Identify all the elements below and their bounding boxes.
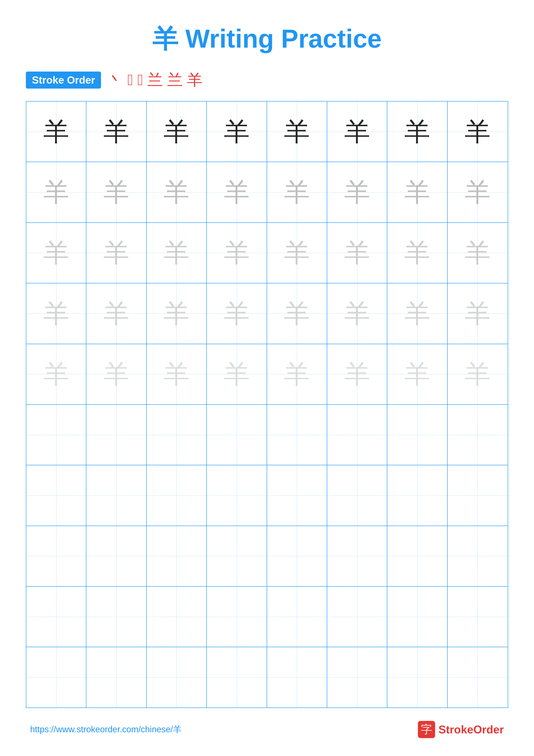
grid-cell[interactable]: 羊: [447, 223, 508, 283]
grid-cell[interactable]: [327, 526, 387, 586]
grid-row-6: [26, 405, 508, 465]
grid-cell[interactable]: [87, 647, 146, 707]
grid-cell[interactable]: [387, 526, 447, 586]
title-text: Writing Practice: [185, 24, 381, 53]
grid-cell[interactable]: [327, 405, 387, 465]
grid-cell[interactable]: 羊: [87, 284, 146, 343]
grid-cell[interactable]: 羊: [447, 162, 508, 222]
grid-cell[interactable]: [387, 587, 447, 647]
grid-cell[interactable]: 羊: [327, 284, 387, 343]
footer-url: https://www.strokeorder.com/chinese/羊: [30, 723, 182, 735]
grid-cell[interactable]: 羊: [387, 344, 447, 404]
grid-row-9: [26, 587, 508, 647]
grid-cell[interactable]: 羊: [267, 101, 327, 162]
grid-cell[interactable]: 羊: [207, 223, 267, 283]
grid-cell[interactable]: 羊: [267, 223, 327, 283]
grid-cell[interactable]: 羊: [267, 284, 327, 343]
grid-cell[interactable]: [447, 465, 508, 526]
grid-cell[interactable]: 羊: [327, 344, 387, 404]
page-title: 羊 Writing Practice: [26, 21, 508, 57]
grid-cell[interactable]: [447, 647, 508, 707]
grid-cell[interactable]: 羊: [387, 162, 447, 222]
grid-cell[interactable]: [207, 405, 267, 465]
grid-cell[interactable]: 羊: [147, 101, 207, 162]
grid-cell[interactable]: [267, 405, 327, 465]
grid-cell[interactable]: [327, 465, 387, 526]
grid-cell[interactable]: [87, 465, 146, 526]
grid-cell[interactable]: [87, 526, 146, 586]
grid-cell[interactable]: 羊: [327, 223, 387, 283]
stroke-step-3: 𰀪: [138, 71, 143, 89]
grid-cell[interactable]: 羊: [147, 344, 207, 404]
grid-cell[interactable]: [207, 587, 267, 647]
grid-cell[interactable]: [447, 526, 508, 586]
grid-cell[interactable]: [207, 465, 267, 526]
grid-cell[interactable]: 羊: [267, 162, 327, 222]
grid-cell[interactable]: 羊: [447, 101, 508, 162]
strokeorder-icon: 字: [418, 721, 435, 738]
grid-cell[interactable]: 羊: [327, 162, 387, 222]
grid-cell[interactable]: 羊: [447, 284, 508, 343]
grid-cell[interactable]: [327, 587, 387, 647]
grid-cell[interactable]: 羊: [87, 101, 146, 162]
grid-cell[interactable]: [26, 647, 87, 707]
grid-cell[interactable]: [447, 587, 508, 647]
grid-cell[interactable]: [267, 465, 327, 526]
grid-cell[interactable]: 羊: [387, 284, 447, 343]
grid-cell[interactable]: [26, 587, 87, 647]
grid-cell[interactable]: [327, 647, 387, 707]
grid-cell[interactable]: [267, 526, 327, 586]
footer: https://www.strokeorder.com/chinese/羊 字 …: [26, 721, 508, 738]
grid-cell[interactable]: 羊: [267, 344, 327, 404]
grid-cell[interactable]: 羊: [26, 101, 87, 162]
practice-grid: 羊 羊 羊 羊 羊 羊 羊 羊 羊: [26, 101, 508, 708]
grid-cell[interactable]: 羊: [147, 162, 207, 222]
grid-cell[interactable]: 羊: [147, 284, 207, 343]
grid-cell[interactable]: 羊: [387, 101, 447, 162]
grid-cell[interactable]: 羊: [87, 162, 146, 222]
grid-cell[interactable]: [147, 587, 207, 647]
grid-cell[interactable]: 羊: [207, 162, 267, 222]
grid-cell[interactable]: [267, 647, 327, 707]
grid-cell[interactable]: [387, 465, 447, 526]
grid-row-10: [26, 647, 508, 707]
grid-row-5: 羊 羊 羊 羊 羊 羊 羊 羊: [26, 344, 508, 405]
grid-cell[interactable]: 羊: [327, 101, 387, 162]
grid-cell[interactable]: [447, 405, 508, 465]
grid-cell[interactable]: 羊: [26, 284, 87, 343]
grid-row-3: 羊 羊 羊 羊 羊 羊 羊 羊: [26, 223, 508, 284]
grid-cell[interactable]: 羊: [87, 344, 146, 404]
grid-cell[interactable]: 羊: [207, 344, 267, 404]
grid-cell[interactable]: [87, 405, 146, 465]
grid-cell[interactable]: 羊: [207, 284, 267, 343]
grid-cell[interactable]: [147, 647, 207, 707]
grid-cell[interactable]: [26, 465, 87, 526]
grid-cell[interactable]: [267, 587, 327, 647]
grid-cell[interactable]: [26, 526, 87, 586]
stroke-step-6: 羊: [187, 69, 202, 90]
grid-cell[interactable]: 羊: [387, 223, 447, 283]
grid-row-2: 羊 羊 羊 羊 羊 羊 羊 羊: [26, 162, 508, 223]
grid-cell[interactable]: [87, 587, 146, 647]
grid-cell[interactable]: [387, 405, 447, 465]
grid-cell[interactable]: 羊: [147, 223, 207, 283]
grid-row-1: 羊 羊 羊 羊 羊 羊 羊 羊: [26, 101, 508, 162]
grid-cell[interactable]: [387, 647, 447, 707]
grid-row-8: [26, 526, 508, 587]
grid-cell[interactable]: 羊: [26, 162, 87, 222]
grid-cell[interactable]: [207, 647, 267, 707]
logo-stroke: Stroke: [439, 723, 473, 736]
footer-logo-text: StrokeOrder: [439, 723, 504, 736]
grid-cell[interactable]: [26, 405, 87, 465]
grid-cell[interactable]: [147, 405, 207, 465]
title-char: 羊: [152, 24, 178, 53]
grid-cell[interactable]: 羊: [87, 223, 146, 283]
stroke-order-row: Stroke Order 丶 𠃋 𰀪 兰 兰 羊: [26, 69, 508, 90]
grid-cell[interactable]: [207, 526, 267, 586]
grid-cell[interactable]: 羊: [447, 344, 508, 404]
grid-cell[interactable]: 羊: [26, 344, 87, 404]
grid-cell[interactable]: 羊: [207, 101, 267, 162]
grid-cell[interactable]: [147, 526, 207, 586]
grid-cell[interactable]: 羊: [26, 223, 87, 283]
grid-cell[interactable]: [147, 465, 207, 526]
